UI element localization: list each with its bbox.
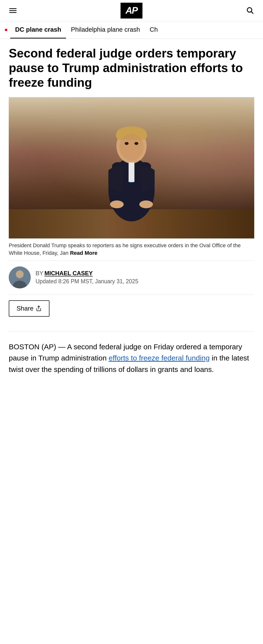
- article-image-container: President Donald Trump speaks to reporte…: [9, 97, 254, 260]
- article-image: [9, 97, 254, 238]
- image-caption: President Donald Trump speaks to reporte…: [9, 238, 254, 260]
- share-section: Share: [9, 294, 254, 326]
- author-avatar: [9, 266, 31, 288]
- share-button-label: Share: [16, 305, 33, 312]
- search-button[interactable]: [244, 4, 256, 17]
- article-body: BOSTON (AP) — A second federal judge on …: [9, 336, 254, 396]
- share-button[interactable]: Share: [9, 300, 50, 317]
- caption-read-more-link[interactable]: Read More: [70, 250, 97, 256]
- tab-philadelphia-plane-crash[interactable]: Philadelphia plane crash: [66, 22, 145, 38]
- svg-line-1: [251, 12, 253, 14]
- trump-figure-svg: [92, 107, 170, 224]
- svg-point-13: [139, 200, 153, 208]
- author-avatar-inner: [9, 266, 31, 288]
- tab-dc-plane-crash[interactable]: DC plane crash: [10, 22, 66, 38]
- ap-logo-text: AP: [126, 5, 138, 16]
- svg-point-9: [134, 142, 138, 145]
- search-icon: [246, 6, 254, 14]
- author-info: BY MICHAEL CASEY Updated 8:26 PM MST, Ja…: [36, 270, 138, 285]
- svg-rect-11: [128, 162, 134, 182]
- author-avatar-svg: [9, 266, 31, 288]
- hamburger-line-1: [9, 8, 16, 9]
- article-paragraph-1: BOSTON (AP) — A second federal judge on …: [9, 341, 254, 375]
- author-section: BY MICHAEL CASEY Updated 8:26 PM MST, Ja…: [9, 260, 254, 294]
- svg-point-12: [110, 200, 124, 208]
- svg-point-7: [119, 134, 144, 160]
- author-updated: Updated 8:26 PM MST, January 31, 2025: [36, 278, 138, 285]
- author-name[interactable]: MICHAEL CASEY: [44, 270, 92, 276]
- article-divider: [9, 331, 254, 332]
- author-by-label: BY: [36, 270, 43, 276]
- svg-point-8: [125, 142, 128, 145]
- article-headline: Second federal judge orders temporary pa…: [9, 46, 254, 90]
- hamburger-line-2: [9, 10, 16, 11]
- nav-tabs: DC plane crash Philadelphia plane crash …: [0, 22, 263, 39]
- article: Second federal judge orders temporary pa…: [0, 39, 263, 396]
- ap-logo[interactable]: AP: [120, 3, 142, 18]
- share-icon: [36, 306, 42, 311]
- hamburger-line-3: [9, 12, 16, 13]
- tab-ch[interactable]: Ch: [145, 22, 163, 38]
- freeze-funding-link[interactable]: efforts to freeze federal funding: [108, 354, 210, 362]
- caption-text: President Donald Trump speaks to reporte…: [9, 242, 240, 256]
- author-by-line: BY MICHAEL CASEY: [36, 270, 138, 277]
- live-indicator-dot: [5, 29, 7, 31]
- site-header: AP: [0, 0, 263, 22]
- svg-point-15: [16, 270, 24, 278]
- menu-button[interactable]: [7, 6, 18, 15]
